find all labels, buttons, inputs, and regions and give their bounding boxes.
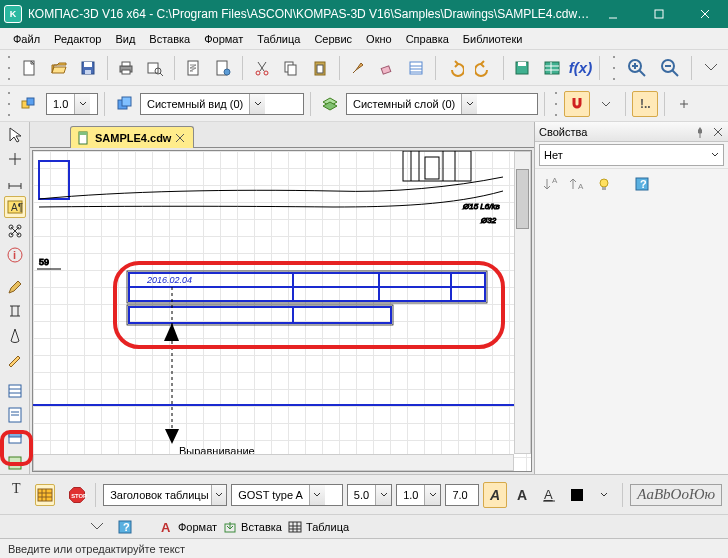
properties-object-combo[interactable]: Нет xyxy=(539,144,724,166)
color-button[interactable] xyxy=(565,482,588,508)
accept-button[interactable] xyxy=(86,516,108,538)
panel-tab-insert[interactable]: Вставка xyxy=(223,520,282,534)
chevron-down-icon[interactable] xyxy=(74,94,90,114)
chevron-down-icon[interactable] xyxy=(375,485,391,505)
assembly-tool[interactable] xyxy=(4,220,26,242)
menu-libs[interactable]: Библиотеки xyxy=(456,31,530,47)
svg-rect-9 xyxy=(122,62,130,66)
size3-input[interactable]: 7.0 xyxy=(445,484,479,506)
close-icon[interactable] xyxy=(175,133,185,143)
param-tool[interactable] xyxy=(4,300,26,322)
snap-button[interactable] xyxy=(564,91,590,117)
bold-button[interactable]: A xyxy=(511,482,534,508)
edit-tool[interactable] xyxy=(4,276,26,298)
chevron-down-icon[interactable] xyxy=(309,485,325,505)
copy-button[interactable] xyxy=(278,55,304,81)
table-tool[interactable] xyxy=(35,484,55,506)
menu-file[interactable]: Файл xyxy=(6,31,47,47)
panel-tab-format[interactable]: A Формат xyxy=(160,520,217,534)
table-button[interactable] xyxy=(539,55,565,81)
compass-tool[interactable] xyxy=(4,324,26,346)
cursor-tool[interactable] xyxy=(4,124,26,146)
chevron-down-icon[interactable] xyxy=(711,152,719,158)
more-button[interactable] xyxy=(593,91,619,117)
print-button[interactable] xyxy=(114,55,140,81)
small-plus-button[interactable] xyxy=(671,91,697,117)
report-tool[interactable] xyxy=(4,404,26,426)
toolbar-grip[interactable] xyxy=(553,92,559,116)
menu-service[interactable]: Сервис xyxy=(307,31,359,47)
paste-button[interactable] xyxy=(307,55,333,81)
dropdown-extra[interactable] xyxy=(592,482,615,508)
menu-help[interactable]: Справка xyxy=(399,31,456,47)
underline-button[interactable]: A xyxy=(538,482,561,508)
layers-button[interactable] xyxy=(317,91,343,117)
horizontal-scrollbar[interactable] xyxy=(33,454,514,471)
table-style-combo[interactable]: Заголовок таблицы xyxy=(103,484,227,506)
print-preview-button[interactable] xyxy=(142,55,168,81)
undo-button[interactable] xyxy=(442,55,468,81)
help-button[interactable]: ? xyxy=(631,173,653,195)
font-combo[interactable]: GOST type A xyxy=(231,484,343,506)
redo-button[interactable] xyxy=(471,55,497,81)
drawing-canvas[interactable]: Ø15 L6/kв Ø32 59 xyxy=(32,150,532,472)
menu-editor[interactable]: Редактор xyxy=(47,31,108,47)
save-button[interactable] xyxy=(75,55,101,81)
help-small-button[interactable]: ? xyxy=(114,516,136,538)
scale-combo[interactable]: 1.0 xyxy=(46,93,98,115)
views-button[interactable] xyxy=(111,91,137,117)
properties-button[interactable] xyxy=(403,55,429,81)
spec-tool[interactable] xyxy=(4,380,26,402)
italic-button[interactable]: A xyxy=(483,482,506,508)
brush-button[interactable] xyxy=(346,55,372,81)
close-icon[interactable] xyxy=(712,126,724,138)
chevron-down-icon[interactable] xyxy=(424,485,440,505)
vertical-scrollbar[interactable] xyxy=(514,151,531,454)
view-manage-button[interactable] xyxy=(17,91,43,117)
save-group-button[interactable] xyxy=(510,55,536,81)
toolbar-grip[interactable] xyxy=(6,92,12,116)
zoom-in-button[interactable] xyxy=(622,53,652,83)
chevron-down-icon[interactable] xyxy=(461,94,477,114)
menu-window[interactable]: Окно xyxy=(359,31,399,47)
toolbar-grip[interactable] xyxy=(6,56,12,80)
chevron-down-icon[interactable] xyxy=(211,485,226,505)
panel-tab-table[interactable]: Таблица xyxy=(288,520,349,534)
sort-asc-button[interactable]: A xyxy=(541,173,563,195)
stop-button[interactable]: STOP xyxy=(66,484,88,506)
open-button[interactable] xyxy=(46,55,72,81)
eraser-button[interactable] xyxy=(374,55,400,81)
size2-combo[interactable]: 1.0 xyxy=(396,484,441,506)
light-button[interactable] xyxy=(593,173,615,195)
fx-button[interactable]: f(x) xyxy=(568,55,594,81)
chevron-down-icon[interactable] xyxy=(249,94,265,114)
document-tab[interactable]: SAMPLE4.cdw xyxy=(70,126,194,148)
new-doc-button[interactable] xyxy=(17,55,43,81)
sort-desc-button[interactable]: A xyxy=(567,173,589,195)
info-tool[interactable]: i xyxy=(4,244,26,266)
line-tool[interactable] xyxy=(4,148,26,170)
close-button[interactable] xyxy=(682,0,728,28)
spec-button[interactable]: !.. xyxy=(632,91,658,117)
prev-page-button[interactable] xyxy=(181,55,207,81)
maximize-button[interactable] xyxy=(636,0,682,28)
menu-format[interactable]: Формат xyxy=(197,31,250,47)
zoom-out-button[interactable] xyxy=(655,53,685,83)
pin-icon[interactable] xyxy=(694,126,706,138)
menu-table[interactable]: Таблица xyxy=(250,31,307,47)
minimize-button[interactable] xyxy=(590,0,636,28)
view-name-combo[interactable]: Системный вид (0) xyxy=(140,93,304,115)
next-page-button[interactable] xyxy=(210,55,236,81)
layer-name-combo[interactable]: Системный слой (0) xyxy=(346,93,538,115)
cut-button[interactable] xyxy=(249,55,275,81)
menu-insert[interactable]: Вставка xyxy=(142,31,197,47)
scroll-thumb[interactable] xyxy=(516,169,529,229)
menu-view[interactable]: Вид xyxy=(108,31,142,47)
pencil-tool[interactable] xyxy=(4,348,26,370)
dimension-tool[interactable] xyxy=(4,172,26,194)
size1-combo[interactable]: 5.0 xyxy=(347,484,392,506)
more-button[interactable] xyxy=(698,55,724,81)
text-insert-tool[interactable]: T xyxy=(7,477,29,499)
toolbar-grip[interactable] xyxy=(611,56,617,80)
text-tool[interactable]: A¶ xyxy=(4,196,26,218)
